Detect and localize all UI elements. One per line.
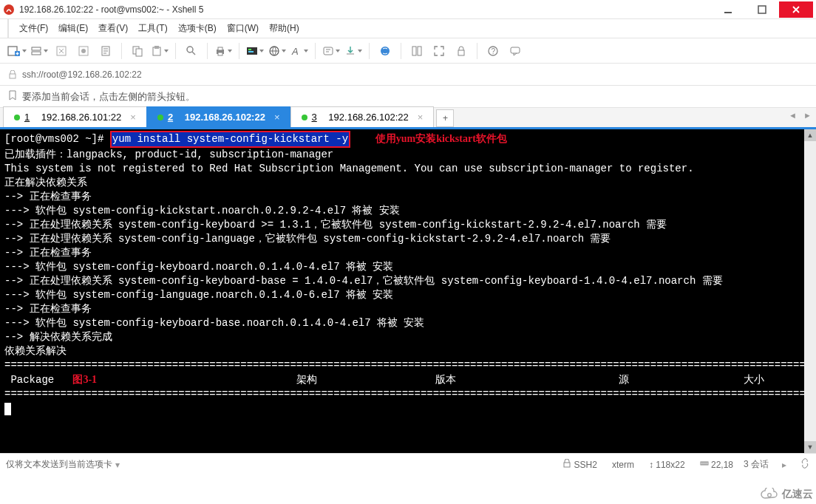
- chevron-right-icon[interactable]: ▸: [782, 460, 786, 470]
- fullscreen-button[interactable]: [429, 41, 449, 61]
- tab-number: 3: [312, 112, 317, 123]
- disconnect-button[interactable]: [74, 41, 93, 61]
- scroll-down-icon[interactable]: ▾: [804, 441, 816, 453]
- svg-rect-12: [136, 49, 142, 56]
- svg-text:A: A: [291, 46, 299, 57]
- tab-session-2[interactable]: 2 192.168.26.102:22 ×: [146, 106, 291, 127]
- tabs-nav[interactable]: ◄ ►: [789, 111, 812, 120]
- session-count-label: 3 会话: [744, 458, 769, 471]
- tab-session-3[interactable]: 3 192.168.26.102:22 ×: [290, 106, 435, 127]
- terminal-line: --> 正在检查事务: [4, 190, 812, 204]
- svg-rect-30: [511, 47, 520, 53]
- script-button[interactable]: [322, 41, 341, 61]
- tab-close-icon[interactable]: ×: [418, 112, 424, 123]
- status-dot-icon: [302, 115, 307, 120]
- terminal-divider: ========================================…: [4, 358, 812, 372]
- svg-rect-20: [248, 49, 251, 50]
- tab-number: 2: [168, 112, 173, 123]
- tab-session-1[interactable]: 1 192.168.26.101:22 ×: [3, 106, 147, 127]
- tab-number: 1: [24, 112, 30, 123]
- menu-view[interactable]: 查看(V): [98, 22, 128, 35]
- protocol-label: SSH2: [574, 460, 597, 470]
- link-icon[interactable]: [800, 458, 810, 471]
- find-button[interactable]: [182, 41, 201, 61]
- tile-horizontal-button[interactable]: [407, 41, 426, 61]
- properties-button[interactable]: [96, 41, 115, 61]
- terminal-line: --> 正在检查事务: [4, 302, 812, 316]
- cursor-pos-label: 22,18: [711, 460, 733, 470]
- terminal-line: 依赖关系解决: [4, 344, 812, 358]
- address-text[interactable]: ssh://root@192.168.26.102:22: [22, 69, 142, 80]
- scroll-up-icon[interactable]: ▴: [804, 129, 816, 141]
- title-text: 192.168.26.102:22 - root@vms002:~ - Xshe…: [19, 4, 711, 15]
- font-button[interactable]: A: [290, 41, 309, 61]
- svg-rect-1: [724, 12, 732, 13]
- terminal-scrollbar[interactable]: ▴ ▾: [804, 129, 816, 453]
- menu-file[interactable]: 文件(F): [19, 22, 48, 35]
- copy-button[interactable]: [128, 41, 147, 61]
- feedback-button[interactable]: [506, 41, 525, 61]
- svg-point-34: [768, 494, 772, 497]
- terminal-cursor: [4, 403, 11, 415]
- toolbar-separator: [369, 43, 370, 59]
- cloud-icon: [760, 488, 779, 501]
- print-button[interactable]: [214, 41, 233, 61]
- svg-rect-32: [564, 463, 570, 467]
- paste-button[interactable]: [150, 41, 169, 61]
- toolbar-separator: [207, 43, 208, 59]
- bookmark-icon[interactable]: [7, 90, 18, 103]
- encoding-button[interactable]: [268, 41, 287, 61]
- tab-close-icon[interactable]: ×: [274, 112, 280, 123]
- reconnect-button[interactable]: [52, 41, 71, 61]
- send-mode-label[interactable]: 仅将文本发送到当前选项卡: [6, 458, 112, 471]
- term-type-label: xterm: [612, 460, 634, 470]
- toolbar-separator: [315, 43, 316, 59]
- menu-tabs[interactable]: 选项卡(B): [178, 22, 217, 35]
- svg-rect-2: [758, 6, 766, 13]
- terminal-view[interactable]: [root@vms002 ~]# yum install system-conf…: [0, 129, 816, 453]
- svg-text:?: ?: [492, 47, 496, 55]
- terminal-line: ---> 软件包 system-config-keyboard.noarch.0…: [4, 260, 812, 274]
- close-button[interactable]: [779, 1, 813, 18]
- toolbar-separator: [239, 43, 239, 59]
- terminal-line: --> 解决依赖关系完成: [4, 330, 812, 344]
- lock-icon: [7, 69, 18, 80]
- minimize-button[interactable]: [711, 1, 745, 18]
- watermark: 亿速云: [760, 488, 813, 501]
- term-size-label: 118x22: [656, 460, 684, 470]
- maximize-button[interactable]: [745, 1, 779, 18]
- toolbar-separator: [121, 43, 122, 59]
- tip-bar: 要添加当前会话，点击左侧的箭头按钮。: [0, 86, 816, 108]
- svg-rect-31: [10, 74, 16, 78]
- open-session-button[interactable]: [30, 41, 49, 61]
- lock-icon: [562, 459, 571, 470]
- svg-rect-17: [218, 47, 222, 50]
- terminal-line: This system is not registered to Red Hat…: [4, 162, 812, 176]
- new-session-button[interactable]: [7, 41, 27, 61]
- menu-help[interactable]: 帮助(H): [269, 22, 299, 35]
- watermark-text: 亿速云: [782, 488, 813, 501]
- status-dot-icon: [157, 115, 163, 120]
- terminal-line: --> 正在处理依赖关系 system-config-keyboard-base…: [4, 274, 812, 288]
- new-tab-button[interactable]: +: [436, 109, 454, 127]
- lock-button[interactable]: [452, 41, 471, 61]
- toolbar-separator: [175, 43, 176, 59]
- color-scheme-button[interactable]: [245, 41, 265, 61]
- help-button[interactable]: ?: [483, 41, 503, 61]
- svg-rect-25: [412, 47, 416, 55]
- terminal-line: --> 正在处理依赖关系 system-config-language，它被软件…: [4, 232, 812, 246]
- svg-rect-18: [218, 52, 222, 55]
- svg-point-9: [81, 49, 86, 53]
- svg-point-15: [187, 47, 193, 52]
- xftp-button[interactable]: [375, 41, 395, 61]
- svg-rect-21: [248, 51, 254, 52]
- tab-close-icon[interactable]: ×: [130, 112, 136, 123]
- svg-rect-14: [154, 46, 159, 49]
- transfer-button[interactable]: [344, 41, 363, 61]
- chevron-down-icon[interactable]: ▾: [115, 460, 120, 470]
- menu-tools[interactable]: 工具(T): [138, 22, 167, 35]
- svg-rect-26: [418, 47, 421, 55]
- menu-window[interactable]: 窗口(W): [227, 22, 259, 35]
- terminal-line: ---> 软件包 system-config-kickstart.noarch.…: [4, 204, 812, 218]
- menu-edit[interactable]: 编辑(E): [58, 22, 88, 35]
